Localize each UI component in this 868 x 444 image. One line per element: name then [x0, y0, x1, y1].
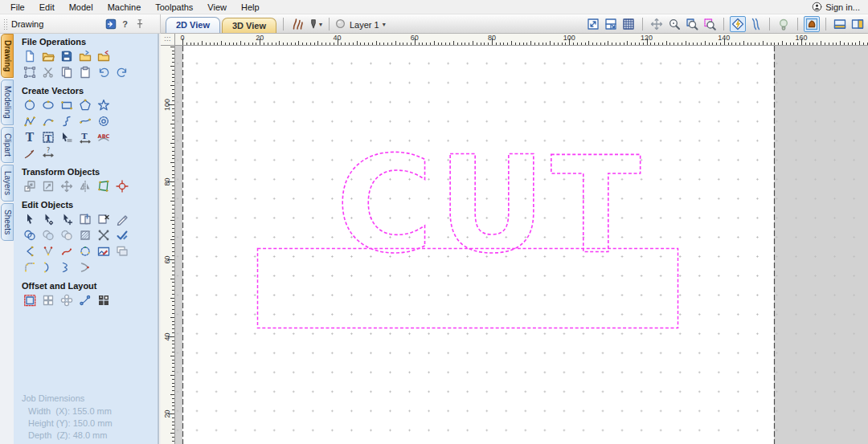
- draw-text-button[interactable]: T: [22, 130, 38, 145]
- tab-2d-view[interactable]: 2D View: [166, 17, 220, 33]
- object-clipboard-tool-button[interactable]: [77, 212, 93, 226]
- ruler-tick: [805, 43, 806, 46]
- save-file-button[interactable]: [59, 49, 75, 63]
- cut-button[interactable]: [40, 65, 56, 79]
- join-vectors-curve-button[interactable]: [59, 260, 75, 275]
- side-tab-layers[interactable]: Layers: [1, 165, 14, 202]
- measure-tool-button[interactable]: ?: [40, 146, 56, 161]
- draw-dimension-button[interactable]: [22, 146, 38, 161]
- trim-overlap-button[interactable]: [59, 228, 75, 242]
- job-setup-button[interactable]: [22, 65, 38, 79]
- draw-text-box-button[interactable]: T: [40, 130, 56, 145]
- open-file-button[interactable]: [40, 49, 56, 63]
- tile-windows-button[interactable]: [603, 16, 619, 32]
- vector-trim-button[interactable]: [96, 228, 112, 242]
- export-vectors-button[interactable]: [96, 49, 112, 63]
- toggle-shading-button[interactable]: [776, 16, 792, 32]
- set-size-button[interactable]: [22, 179, 38, 193]
- circular-copy-button[interactable]: [59, 293, 75, 308]
- toggle-material-button[interactable]: [804, 16, 820, 32]
- fillet-vectors-button[interactable]: [22, 260, 38, 275]
- fit-curves-button[interactable]: [59, 244, 75, 259]
- text-on-curve-button[interactable]: ABC: [96, 130, 112, 145]
- help-button[interactable]: ?: [119, 18, 131, 30]
- array-copy-button[interactable]: [40, 293, 56, 308]
- layer-selector[interactable]: Layer 1 ▾: [334, 18, 386, 31]
- vector-text-cut[interactable]: CUT: [336, 128, 646, 283]
- fit-lines-button[interactable]: [40, 244, 56, 259]
- draw-ellipse-button[interactable]: [40, 98, 56, 112]
- weld-vectors-button[interactable]: [22, 228, 38, 242]
- side-tab-clipart[interactable]: Clipart: [1, 127, 14, 163]
- draw-polyline-button[interactable]: [22, 114, 38, 128]
- layout-vertical-split-button[interactable]: [850, 16, 866, 32]
- undo-button[interactable]: [96, 65, 112, 79]
- copy-button[interactable]: [59, 65, 75, 79]
- interactive-move-tool-button[interactable]: [59, 212, 75, 226]
- close-vector-button[interactable]: [77, 244, 93, 259]
- menu-toolpaths[interactable]: Toolpaths: [148, 2, 200, 13]
- draw-smooth-curve-button[interactable]: [77, 114, 93, 128]
- paste-button[interactable]: [77, 65, 93, 79]
- select-tool-button[interactable]: [22, 212, 38, 226]
- menu-edit[interactable]: Edit: [32, 2, 62, 13]
- toggle-snapping-button[interactable]: [730, 16, 746, 32]
- pin-panel-button[interactable]: [133, 18, 145, 30]
- side-tab-drawing[interactable]: Drawing: [1, 34, 14, 78]
- crosshatch-fill-button[interactable]: [77, 228, 93, 242]
- tab-3d-view[interactable]: 3D View: [222, 18, 276, 33]
- import-vectors-button[interactable]: [77, 49, 93, 63]
- fit-to-window-button[interactable]: [585, 16, 601, 32]
- toggle-grid-button[interactable]: [620, 16, 637, 32]
- nest-parts-button[interactable]: [96, 293, 112, 308]
- zoom-interactive-button[interactable]: [666, 16, 682, 32]
- menu-file[interactable]: File: [3, 2, 32, 13]
- measure-pen-tool-button[interactable]: [114, 212, 130, 226]
- side-tab-sheets[interactable]: Sheets: [1, 203, 14, 241]
- new-file-button[interactable]: [22, 49, 38, 63]
- distort-button[interactable]: [96, 179, 112, 193]
- dock-panel-button[interactable]: [104, 18, 117, 30]
- node-edit-tool-button[interactable]: [40, 212, 56, 226]
- move-button[interactable]: [59, 179, 75, 193]
- draw-curve-button[interactable]: [59, 114, 75, 128]
- draw-circle-button[interactable]: [22, 98, 38, 112]
- letter-spacing-tool-button[interactable]: T: [77, 130, 93, 145]
- 2d-drawing-canvas[interactable]: CUT: [175, 46, 868, 444]
- layout-horizontal-split-button[interactable]: [832, 16, 848, 32]
- zoom-selected-button[interactable]: [702, 16, 718, 32]
- zoom-box-button[interactable]: [684, 16, 700, 32]
- side-tab-modeling[interactable]: Modeling: [1, 79, 14, 125]
- redo-button[interactable]: [114, 65, 130, 79]
- vector-validator-button[interactable]: [114, 228, 130, 242]
- draw-gear-button[interactable]: [96, 114, 112, 128]
- copy-along-vector-button[interactable]: [77, 293, 93, 308]
- text-selection-button[interactable]: [59, 130, 75, 145]
- menu-machine[interactable]: Machine: [100, 2, 149, 13]
- offset-vectors-button[interactable]: [22, 293, 38, 308]
- panel-drag-handle[interactable]: [3, 18, 7, 30]
- align-objects-button[interactable]: [114, 179, 130, 193]
- pan-view-button[interactable]: [649, 16, 665, 32]
- set-position-button[interactable]: [40, 179, 56, 193]
- draw-polygon-button[interactable]: [77, 98, 93, 112]
- menu-model[interactable]: Model: [62, 2, 100, 13]
- material-texture-button[interactable]: [289, 16, 305, 32]
- edit-picture-button[interactable]: [96, 244, 112, 259]
- delete-object-tool-button[interactable]: [96, 212, 112, 226]
- crop-picture-button[interactable]: [114, 244, 130, 259]
- menu-help[interactable]: Help: [234, 2, 267, 13]
- draw-arc-button[interactable]: [40, 114, 56, 128]
- subtract-vectors-button[interactable]: [40, 228, 56, 242]
- fit-arcs-button[interactable]: [22, 244, 38, 259]
- sign-in-button[interactable]: Sign in...: [812, 2, 868, 12]
- join-vectors-move-button[interactable]: [77, 260, 93, 275]
- toggle-guides-button[interactable]: [747, 16, 764, 32]
- mirror-button[interactable]: [77, 179, 93, 193]
- tool-database-button[interactable]: ▾: [307, 16, 323, 32]
- join-vectors-line-button[interactable]: [40, 260, 56, 275]
- menu-view[interactable]: View: [200, 2, 234, 13]
- ruler-origin-box[interactable]: ⋯⋯: [161, 34, 175, 46]
- draw-rectangle-button[interactable]: [59, 98, 75, 112]
- draw-star-button[interactable]: [96, 98, 112, 112]
